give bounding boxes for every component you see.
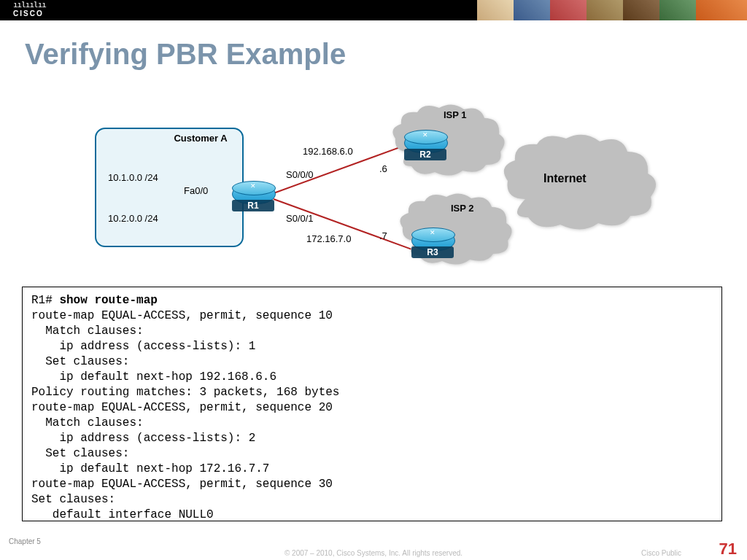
cisco-logo: ıılıılıı CISCO [13, 2, 46, 18]
isp2-label: ISP 2 [451, 203, 474, 214]
router-r2-label: R2 [404, 149, 446, 160]
decorative-photo-strip [477, 0, 747, 20]
subnet-bot: 172.16.7.0 [306, 233, 351, 244]
router-r3-icon: ✕ R3 [411, 228, 454, 254]
top-bar: ıılıılıı CISCO [0, 0, 747, 20]
hop-bot: .7 [379, 230, 387, 241]
copyright-text: © 2007 – 2010, Cisco Systems, Inc. All r… [0, 549, 747, 557]
router-r3-label: R3 [411, 246, 454, 258]
router-r2-icon: ✕ R2 [404, 130, 446, 156]
cisco-public-label: Cisco Public [641, 549, 681, 557]
cli-command: show route-map [59, 294, 157, 307]
subnet-10-2: 10.2.0.0 /24 [108, 213, 158, 224]
cli-body: route-map EQUAL-ACCESS, permit, sequence… [31, 309, 339, 521]
subnet-10-1: 10.1.0.0 /24 [108, 172, 158, 183]
photo-3 [550, 0, 587, 20]
cli-output-box: R1# show route-map route-map EQUAL-ACCES… [22, 287, 722, 521]
photo-7 [696, 0, 747, 20]
photo-2 [514, 0, 550, 20]
internet-label: Internet [543, 172, 587, 185]
router-r1-icon: ✕ R1 [232, 181, 274, 207]
label-fa00: Fa0/0 [184, 185, 208, 196]
page-number: 71 [719, 540, 737, 559]
cisco-bars-icon: ıılıılıı [13, 2, 46, 8]
router-r1-label: R1 [232, 200, 274, 211]
chapter-label: Chapter 5 [9, 537, 41, 545]
cisco-wordmark: CISCO [13, 9, 46, 18]
cli-prompt: R1# [31, 294, 59, 307]
slide-title: Verifying PBR Example [25, 38, 346, 71]
customer-a-label: Customer A [171, 133, 230, 144]
photo-6 [659, 0, 696, 20]
customer-a-box [95, 128, 244, 247]
label-s000: S0/0/0 [286, 169, 314, 180]
photo-4 [587, 0, 623, 20]
photo-5 [623, 0, 659, 20]
photo-1 [477, 0, 514, 20]
subnet-top: 192.168.6.0 [303, 146, 353, 157]
label-s001: S0/0/1 [286, 213, 314, 224]
network-diagram: Customer A 10.1.0.0 /24 10.2.0.0 /24 Fa0… [0, 88, 747, 270]
isp1-label: ISP 1 [444, 109, 467, 120]
